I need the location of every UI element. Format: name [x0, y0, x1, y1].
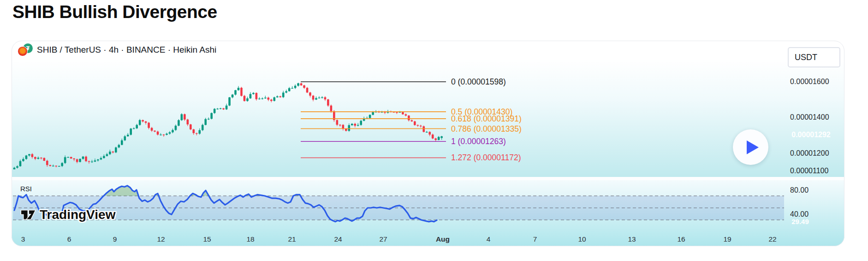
- candle: [339, 125, 341, 125]
- candle: [405, 114, 407, 115]
- candle: [172, 130, 174, 132]
- candle: [178, 120, 180, 126]
- candle: [434, 139, 437, 140]
- candle: [103, 156, 105, 158]
- chart-header: ₮ SHIB / TetherUS · 4h · BINANCE · Heiki…: [18, 43, 216, 56]
- candle: [357, 125, 359, 126]
- candle: [208, 119, 210, 119]
- candle: [234, 90, 237, 94]
- candle: [309, 92, 311, 96]
- time-axis-label[interactable]: 7: [533, 235, 537, 243]
- price-axis-tick[interactable]: 0.00001400: [790, 113, 829, 121]
- candle: [312, 96, 315, 100]
- candle: [19, 161, 22, 166]
- time-axis-label[interactable]: 19: [723, 235, 731, 243]
- rsi-value-badge: 29.49: [785, 216, 816, 227]
- candle: [31, 154, 34, 157]
- time-axis-label[interactable]: 10: [578, 235, 586, 243]
- candle: [148, 123, 150, 128]
- candle: [58, 166, 60, 166]
- candle: [61, 163, 63, 166]
- candle: [291, 88, 293, 88]
- tradingview-watermark-text: TradingView: [40, 207, 115, 222]
- candle: [198, 130, 201, 134]
- time-axis-label[interactable]: 27: [379, 235, 387, 243]
- candle: [79, 159, 81, 162]
- candle: [300, 83, 303, 85]
- candle: [175, 126, 177, 130]
- candle: [106, 154, 108, 156]
- time-axis-label[interactable]: 9: [113, 235, 117, 243]
- candle: [369, 115, 371, 118]
- candle: [262, 98, 264, 99]
- time-axis-label[interactable]: 3: [21, 235, 25, 243]
- candle: [420, 126, 422, 126]
- candle: [417, 125, 419, 126]
- candle: [46, 161, 48, 165]
- price-axis-tick[interactable]: 0.00001200: [790, 149, 829, 157]
- fib-label-1: 1 (0.00001263): [451, 137, 506, 146]
- video-play-button[interactable]: [733, 129, 768, 165]
- candle: [34, 157, 36, 159]
- candle: [52, 166, 54, 166]
- time-axis-label[interactable]: 13: [628, 235, 636, 243]
- candle: [130, 128, 132, 134]
- candle: [396, 112, 398, 113]
- candle: [160, 134, 162, 135]
- candle: [100, 158, 102, 159]
- candle: [184, 114, 186, 119]
- candle: [282, 92, 285, 97]
- candle: [268, 97, 270, 99]
- candle: [214, 109, 216, 113]
- candle: [109, 152, 111, 154]
- candle: [142, 120, 144, 121]
- time-axis-label[interactable]: 21: [288, 235, 296, 243]
- time-axis-label[interactable]: 4: [487, 235, 491, 243]
- candle: [408, 115, 410, 120]
- candle: [306, 88, 309, 92]
- shib-logo-icon: [18, 46, 28, 56]
- time-axis-label[interactable]: 22: [768, 235, 776, 243]
- candle: [256, 93, 258, 99]
- candle: [327, 99, 329, 105]
- time-axis-label[interactable]: 6: [67, 235, 71, 243]
- candle: [351, 124, 353, 125]
- candle: [154, 131, 156, 132]
- candle: [67, 157, 69, 158]
- candle: [193, 129, 195, 133]
- candle: [228, 97, 231, 106]
- candle: [372, 112, 374, 115]
- candle: [285, 91, 287, 92]
- play-icon: [747, 140, 759, 154]
- candle: [16, 166, 18, 168]
- candle: [288, 88, 291, 91]
- candle: [49, 165, 51, 166]
- candle: [70, 157, 72, 158]
- candle: [315, 98, 317, 99]
- rsi-indicator-label[interactable]: RSI: [20, 185, 32, 193]
- currency-selector[interactable]: USDT: [788, 47, 840, 67]
- time-axis-label[interactable]: Aug: [436, 235, 450, 243]
- candle: [342, 125, 345, 128]
- chart-panes: 0 (0.00001598)0.5 (0.00001430)0.618 (0.0…: [12, 41, 844, 246]
- candle: [82, 157, 84, 159]
- time-axis-label[interactable]: 12: [157, 235, 165, 243]
- candle: [240, 88, 243, 96]
- tradingview-chart-canvas[interactable]: 0 (0.00001598)0.5 (0.00001430)0.618 (0.0…: [0, 0, 868, 261]
- time-axis-label[interactable]: 16: [677, 235, 685, 243]
- candle: [163, 134, 165, 135]
- candle: [318, 97, 321, 98]
- candle: [112, 152, 114, 152]
- rsi-axis-tick[interactable]: 80.00: [790, 186, 809, 194]
- time-axis-label[interactable]: 18: [246, 235, 254, 243]
- fib-label-1.272: 1.272 (0.00001172): [451, 153, 521, 162]
- time-axis-label[interactable]: 24: [334, 235, 342, 243]
- candle: [250, 94, 252, 98]
- price-axis-tick[interactable]: 0.00001100: [790, 167, 828, 175]
- price-axis-tick[interactable]: 0.00001600: [790, 78, 829, 85]
- symbol-description: SHIB / TetherUS · 4h · BINANCE · Heikin …: [37, 45, 216, 55]
- last-price-badge: 0.00001292: [785, 129, 837, 141]
- candle: [88, 161, 90, 162]
- time-axis-label[interactable]: 15: [203, 235, 211, 243]
- candle: [73, 158, 75, 159]
